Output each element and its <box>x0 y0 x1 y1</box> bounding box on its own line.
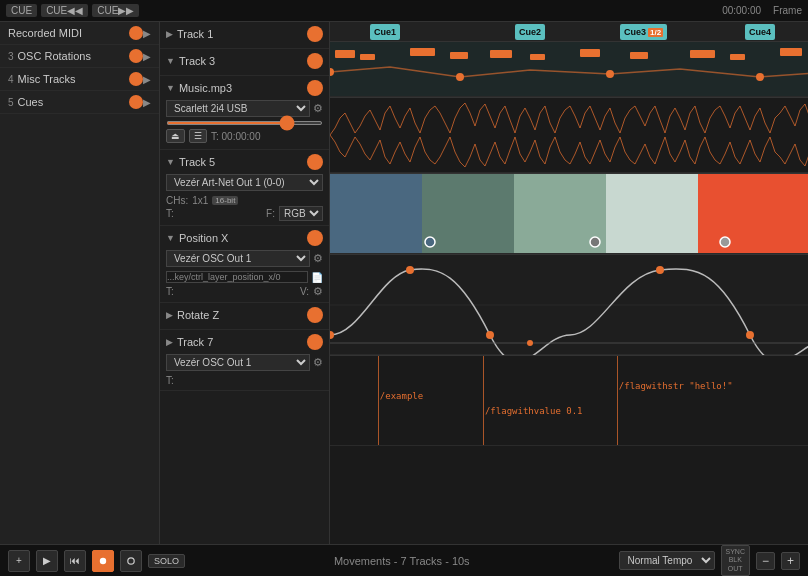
cue-4[interactable]: Cue4 <box>745 24 775 40</box>
track-7-t-label: T: <box>166 375 174 386</box>
sidebar-power-cues[interactable] <box>129 95 143 109</box>
canvas-area: Cue1 Cue2 Cue3 1/2 Cue4 <box>330 22 808 544</box>
flag-line-3 <box>617 356 618 445</box>
cue-3[interactable]: Cue3 1/2 <box>620 24 667 40</box>
record-button[interactable] <box>92 550 114 572</box>
sidebar-arrow-cues[interactable]: ▶ <box>143 97 151 108</box>
track-5-chs-row: CHs: 1x1 16-bit <box>166 195 323 206</box>
color-nodes-svg <box>330 174 808 253</box>
cue-1[interactable]: Cue1 <box>370 24 400 40</box>
pos-dot-4 <box>656 266 664 274</box>
sidebar-power-misc-tracks[interactable] <box>129 72 143 86</box>
cue-btn[interactable]: CUE <box>6 4 37 17</box>
track-3-name: Track 3 <box>179 55 303 67</box>
sidebar-arrow-misc-tracks[interactable]: ▶ <box>143 74 151 85</box>
track-posx-device-select[interactable]: Vezér OSC Out 1 <box>166 250 310 267</box>
flag-lane: /example /flagwithvalue 0.1 /flagwithstr… <box>330 356 808 446</box>
track-posx-path-input[interactable] <box>166 271 308 283</box>
cue-2[interactable]: Cue2 <box>515 24 545 40</box>
solo-button[interactable]: SOLO <box>148 554 185 568</box>
track-7-gear-icon[interactable]: ⚙ <box>313 356 323 369</box>
track-posx-gear-icon[interactable]: ⚙ <box>313 252 323 265</box>
midi-svg <box>330 42 808 97</box>
track-music-name: Music.mp3 <box>179 82 303 94</box>
color-node-3 <box>720 237 730 247</box>
track-music-volume-slider[interactable] <box>166 121 323 125</box>
sidebar-arrow-osc-rotations[interactable]: ▶ <box>143 51 151 62</box>
track-5-power[interactable] <box>307 154 323 170</box>
midi-curve <box>330 67 808 77</box>
pos-dot-3 <box>486 331 494 339</box>
bottom-bar: + ▶ ⏮ SOLO Movements - 7 Tracks - 10s No… <box>0 544 808 576</box>
svg-rect-10 <box>780 48 802 56</box>
svg-rect-9 <box>730 54 745 60</box>
color-node-1 <box>425 237 435 247</box>
track-music-list[interactable]: ☰ <box>189 129 207 143</box>
color-node-2 <box>590 237 600 247</box>
track-row-position-x: ▼ Position X Vezér OSC Out 1 ⚙ 📄 T: V: ⚙ <box>160 226 329 303</box>
track-row-1: ▶ Track 1 <box>160 22 329 49</box>
track-row-3: ▼ Track 3 <box>160 49 329 76</box>
track-1-power[interactable] <box>307 26 323 42</box>
zoom-out-button[interactable]: − <box>756 552 775 570</box>
track-rotatez-name: Rotate Z <box>177 309 303 321</box>
track-music-gear-icon[interactable]: ⚙ <box>313 102 323 115</box>
sidebar-label-cues: Cues <box>18 96 127 108</box>
track-3-power[interactable] <box>307 53 323 69</box>
track-music-arrow: ▼ <box>166 83 175 93</box>
track-posx-v-gear[interactable]: ⚙ <box>313 285 323 298</box>
sidebar-label-osc-rotations: OSC Rotations <box>18 50 127 62</box>
dot-1 <box>330 68 334 76</box>
track-row-music: ▼ Music.mp3 Scarlett 2i4 USB ⚙ ⏏ ☰ T: 00… <box>160 76 329 150</box>
track-row-rotate-z: ▶ Rotate Z <box>160 303 329 330</box>
track-music-eject[interactable]: ⏏ <box>166 129 185 143</box>
main-layout: Recorded MIDI ▶ 3 OSC Rotations ▶ 4 Misc… <box>0 22 808 544</box>
track-music-power[interactable] <box>307 80 323 96</box>
track-7-arrow: ▶ <box>166 337 173 347</box>
sidebar-arrow-recorded-midi[interactable]: ▶ <box>143 28 151 39</box>
dot-4 <box>756 73 764 81</box>
sync-button[interactable]: SYNCBLKOUT <box>721 545 750 576</box>
cue-back-btn[interactable]: CUE◀◀ <box>41 4 88 17</box>
sidebar-power-osc-rotations[interactable] <box>129 49 143 63</box>
sidebar-label-recorded-midi: Recorded MIDI <box>8 27 127 39</box>
cue-fwd-btn[interactable]: CUE▶▶ <box>92 4 139 17</box>
bottom-status: Movements - 7 Tracks - 10s <box>191 555 613 567</box>
cue-1-label: Cue1 <box>374 27 396 37</box>
track-row-5: ▼ Track 5 Vezér Art-Net Out 1 (0-0) CHs:… <box>160 150 329 226</box>
color-lane <box>330 174 808 254</box>
track-rotatez-power[interactable] <box>307 307 323 323</box>
track-7-device-select[interactable]: Vezér OSC Out 1 <box>166 354 310 371</box>
play-button[interactable]: ▶ <box>36 550 58 572</box>
waveform: // Waveform drawn inline via SVG path <box>330 103 808 167</box>
svg-rect-0 <box>335 50 355 58</box>
svg-point-12 <box>128 557 134 563</box>
top-bar: CUE CUE◀◀ CUE▶▶ 00:00:00 Frame <box>0 0 808 22</box>
stop-button[interactable] <box>120 550 142 572</box>
track-7-power[interactable] <box>307 334 323 350</box>
sidebar-item-misc-tracks[interactable]: 4 Misc Tracks ▶ <box>0 68 159 91</box>
track-5-format-select[interactable]: RGB <box>279 206 323 221</box>
svg-rect-4 <box>490 50 512 58</box>
sidebar-power-recorded-midi[interactable] <box>129 26 143 40</box>
sidebar-item-cues[interactable]: 5 Cues ▶ <box>0 91 159 114</box>
sidebar-item-recorded-midi[interactable]: Recorded MIDI ▶ <box>0 22 159 45</box>
audio-lane: // Waveform drawn inline via SVG path <box>330 98 808 173</box>
track-posx-power[interactable] <box>307 230 323 246</box>
track-5-name: Track 5 <box>179 156 303 168</box>
tempo-select[interactable]: Normal Tempo <box>619 551 715 570</box>
stop-icon <box>127 556 135 566</box>
audio-svg: // Waveform drawn inline via SVG path <box>330 98 808 173</box>
add-track-button[interactable]: + <box>8 550 30 572</box>
track-1-header: ▶ Track 1 <box>166 26 323 42</box>
cue-bar: Cue1 Cue2 Cue3 1/2 Cue4 <box>330 22 808 42</box>
flag-line-2 <box>483 356 484 445</box>
track-5-chs-label: CHs: <box>166 195 188 206</box>
sidebar-item-osc-rotations[interactable]: 3 OSC Rotations ▶ <box>0 45 159 68</box>
rewind-button[interactable]: ⏮ <box>64 550 86 572</box>
zoom-in-button[interactable]: + <box>781 552 800 570</box>
cue-3-badge: 1/2 <box>648 28 663 37</box>
track-5-arrow: ▼ <box>166 157 175 167</box>
track-5-device-select[interactable]: Vezér Art-Net Out 1 (0-0) <box>166 174 323 191</box>
track-3-header: ▼ Track 3 <box>166 53 323 69</box>
